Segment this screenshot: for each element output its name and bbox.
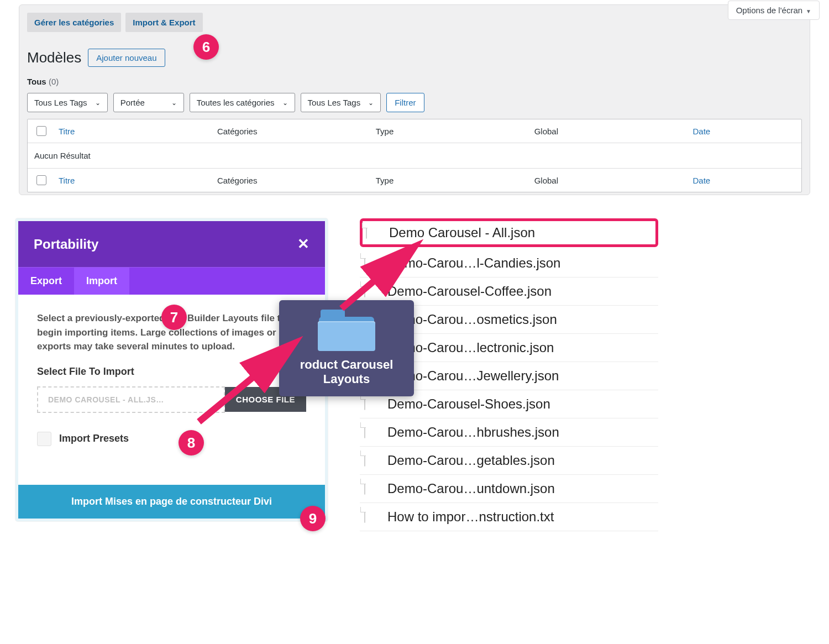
document-icon	[366, 223, 381, 242]
col-title[interactable]: Titre	[59, 127, 217, 136]
page-title: Modèles	[27, 49, 81, 66]
count-row: Tous (0)	[27, 77, 802, 86]
screen-options-label: Options de l'écran	[736, 6, 802, 15]
svg-line-3	[342, 248, 413, 308]
import-submit-button[interactable]: Import Mises en page de constructeur Div…	[18, 485, 325, 519]
col-date[interactable]: Date	[693, 127, 796, 136]
col-global: Global	[534, 176, 693, 185]
chevron-down-icon: ⌄	[171, 99, 177, 107]
table-header: Titre Catégories Type Global Date	[28, 119, 801, 143]
file-name: Demo-Carou…hbrushes.json	[387, 425, 559, 440]
filter-label: Tous Les Tags	[308, 98, 361, 107]
filter-tags-1[interactable]: Tous Les Tags⌄	[27, 93, 108, 112]
arrow-annotation	[199, 336, 309, 436]
col-global: Global	[534, 127, 693, 136]
add-new-button[interactable]: Ajouter nouveau	[88, 49, 165, 67]
filter-categories[interactable]: Toutes les catégories⌄	[190, 93, 295, 112]
file-name: Demo Carousel - All.json	[389, 225, 535, 240]
chevron-down-icon: ⌄	[95, 99, 101, 107]
document-icon	[364, 507, 380, 526]
tab-export[interactable]: Export	[18, 268, 74, 295]
screen-options-toggle[interactable]: Options de l'écran▼	[728, 1, 820, 20]
chevron-down-icon: ⌄	[282, 99, 288, 107]
all-label: Tous	[27, 77, 46, 86]
step-badge-9: 9	[300, 506, 326, 531]
col-categories: Catégories	[217, 127, 376, 136]
col-type: Type	[376, 127, 534, 136]
col-title[interactable]: Titre	[59, 176, 217, 185]
filter-button[interactable]: Filtrer	[386, 93, 424, 112]
folder-icon	[316, 309, 377, 351]
document-icon	[364, 423, 380, 442]
document-icon	[364, 395, 380, 413]
select-all-checkbox[interactable]	[36, 126, 46, 136]
svg-line-1	[199, 344, 293, 422]
filter-label: Tous Les Tags	[34, 98, 87, 107]
col-categories: Catégories	[217, 176, 376, 185]
all-count: (0)	[49, 77, 59, 86]
col-date[interactable]: Date	[693, 176, 796, 185]
file-name: Demo-Carousel-Shoes.json	[387, 396, 550, 412]
step-badge-8: 8	[179, 430, 204, 455]
import-presets-label: Import Presets	[59, 433, 129, 444]
document-icon	[364, 479, 380, 498]
tab-import-export[interactable]: Import & Export	[125, 13, 202, 32]
import-presets-checkbox[interactable]	[37, 432, 51, 446]
file-name: How to impor…nstruction.txt	[387, 509, 554, 525]
file-item[interactable]: Demo-Carou…untdown.json	[360, 475, 658, 503]
table-footer: Titre Catégories Type Global Date	[28, 169, 801, 192]
wordpress-panel: Options de l'écran▼ Gérer les catégories…	[19, 4, 810, 195]
step-badge-7: 7	[161, 305, 187, 330]
tab-import[interactable]: Import	[74, 268, 129, 295]
filter-label: Portée	[120, 98, 145, 107]
no-result-row: Aucun Résultat	[28, 143, 801, 169]
close-icon[interactable]: ✕	[297, 235, 309, 253]
tab-manage-categories[interactable]: Gérer les catégories	[27, 13, 121, 32]
chevron-down-icon: ▼	[806, 8, 811, 14]
col-type: Type	[376, 176, 534, 185]
layouts-table: Titre Catégories Type Global Date Aucun …	[27, 119, 802, 192]
file-name: Demo-Carou…getables.json	[387, 453, 555, 468]
modal-title: Portability	[34, 237, 98, 252]
filter-label: Toutes les catégories	[197, 98, 275, 107]
file-item[interactable]: Demo-Carou…hbrushes.json	[360, 418, 658, 447]
document-icon	[364, 451, 380, 470]
arrow-annotation	[342, 242, 430, 314]
filter-tags-2[interactable]: Tous Les Tags⌄	[301, 93, 381, 112]
filter-scope[interactable]: Portée⌄	[113, 93, 184, 112]
select-all-checkbox-footer[interactable]	[36, 175, 46, 185]
file-item[interactable]: How to impor…nstruction.txt	[360, 503, 658, 531]
step-badge-6: 6	[193, 34, 219, 60]
chevron-down-icon: ⌄	[368, 99, 374, 107]
file-name: Demo-Carou…untdown.json	[387, 481, 555, 496]
selected-file-name: DEMO CAROUSEL - ALL.JS…	[37, 386, 225, 413]
file-item[interactable]: Demo-Carou…getables.json	[360, 447, 658, 475]
